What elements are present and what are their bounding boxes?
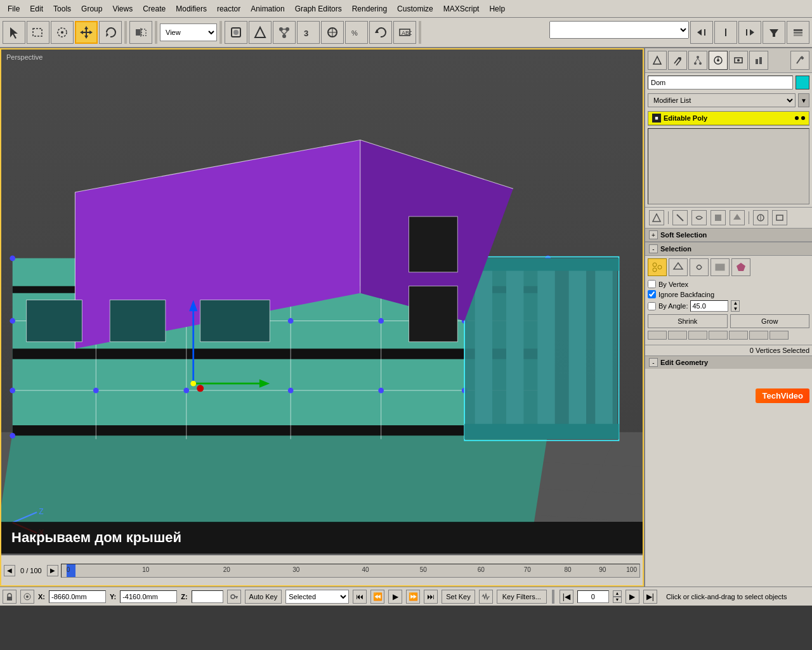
menu-help[interactable]: Help: [484, 3, 510, 15]
hierarchy-panel-btn[interactable]: [688, 51, 707, 70]
prev-key-playback-btn[interactable]: ⏮: [353, 590, 367, 604]
layers-btn[interactable]: [787, 21, 809, 44]
keyframe-btn[interactable]: [714, 21, 737, 44]
poly-subobj-btn[interactable]: [710, 210, 726, 225]
border-subobj-btn[interactable]: [691, 210, 707, 225]
lasso-select-btn[interactable]: [690, 258, 709, 276]
soft-selection-collapse-btn[interactable]: +: [649, 230, 658, 239]
menu-create[interactable]: Create: [138, 3, 171, 15]
coord-display-btn[interactable]: [20, 590, 34, 604]
menu-maxscript[interactable]: MAXScript: [438, 3, 485, 15]
edit-geometry-collapse-btn[interactable]: -: [649, 358, 658, 367]
next-key-btn[interactable]: [738, 21, 761, 44]
mirror-btn[interactable]: [129, 21, 152, 44]
next-frame-btn[interactable]: ▶: [47, 565, 58, 576]
grow-btn[interactable]: Grow: [730, 314, 810, 328]
menu-edit[interactable]: Edit: [25, 3, 48, 15]
menu-rendering[interactable]: Rendering: [347, 3, 392, 15]
waveform-icon[interactable]: [479, 590, 493, 604]
play-btn[interactable]: ▶: [388, 590, 402, 604]
menu-views[interactable]: Views: [107, 3, 138, 15]
menu-customize[interactable]: Customize: [392, 3, 438, 15]
ignore-backfacing-checkbox[interactable]: [648, 290, 656, 298]
edit-mesh-btn[interactable]: [249, 21, 272, 44]
penta-select-btn[interactable]: [731, 258, 750, 276]
frame-down-btn[interactable]: ▼: [613, 597, 622, 603]
menu-animation[interactable]: Animation: [246, 3, 289, 15]
circle-select-btn[interactable]: [51, 21, 74, 44]
hammer-icon-btn[interactable]: [790, 51, 809, 70]
shrink-btn[interactable]: Shrink: [648, 314, 728, 328]
angle-spinner[interactable]: ▲▼: [731, 300, 740, 312]
create-panel-btn[interactable]: [648, 51, 667, 70]
select-tool-btn[interactable]: [3, 21, 25, 44]
next-key-playback-btn[interactable]: ⏭: [424, 590, 438, 604]
menu-file[interactable]: File: [3, 3, 25, 15]
end-frame-btn[interactable]: ▶|: [643, 590, 657, 604]
element-subobj-btn[interactable]: [730, 210, 745, 225]
by-vertex-checkbox[interactable]: [648, 280, 656, 288]
svg-point-138: [653, 263, 657, 267]
menu-modifiers[interactable]: Modifiers: [171, 3, 212, 15]
techvideo-brand: TechVideo: [762, 391, 803, 401]
frame-input[interactable]: [577, 590, 609, 603]
frame-up-btn[interactable]: ▲: [613, 590, 622, 597]
menu-graph-editors[interactable]: Graph Editors: [290, 3, 347, 15]
schematic-btn[interactable]: [273, 21, 296, 44]
by-angle-checkbox[interactable]: [648, 302, 656, 310]
num3-btn[interactable]: 3: [297, 21, 320, 44]
motion-panel-btn[interactable]: [709, 51, 728, 70]
move-tool-btn[interactable]: [75, 21, 98, 44]
snap-btn[interactable]: [321, 21, 344, 44]
prev-frame-playback-btn[interactable]: ⏪: [370, 590, 384, 604]
rect-select-btn[interactable]: [27, 21, 49, 44]
menu-tools[interactable]: Tools: [48, 3, 76, 15]
angle-input[interactable]: [690, 300, 728, 312]
modifier-list-arrow[interactable]: ▼: [798, 93, 809, 107]
undo-btn[interactable]: [369, 21, 392, 44]
filter-btn[interactable]: [763, 21, 785, 44]
lock-status-btn[interactable]: [3, 590, 16, 604]
rotate-tool-btn[interactable]: [99, 21, 122, 44]
prev-key-btn[interactable]: [690, 21, 713, 44]
modifier-editable-poly[interactable]: ■ Editable Poly: [648, 112, 809, 125]
modify-panel-btn[interactable]: [668, 51, 687, 70]
vertex-subobj-btn[interactable]: [649, 210, 664, 225]
pen-select-btn[interactable]: [669, 258, 688, 276]
named-sel-btn[interactable]: ABC: [393, 21, 416, 44]
svg-rect-90: [595, 265, 612, 432]
percent-btn[interactable]: %: [345, 21, 368, 44]
keyfilters-btn[interactable]: Key Filters...: [497, 590, 547, 604]
menu-reactor[interactable]: reactor: [212, 3, 246, 15]
stack-controls-1[interactable]: [753, 210, 768, 225]
object-color-swatch[interactable]: [796, 76, 809, 90]
next-frame-playback-btn[interactable]: ⏩: [406, 590, 420, 604]
svg-rect-1: [33, 29, 42, 36]
z-coord-input[interactable]: [192, 590, 223, 603]
rect-select-face-btn[interactable]: [710, 258, 730, 276]
play-all-btn[interactable]: ▶: [625, 590, 639, 604]
modifier-list-dropdown[interactable]: Modifier List: [648, 93, 796, 107]
frame-bar[interactable]: 0 10 20 30 40 50 60 70 80 90 100: [61, 564, 640, 578]
view-dropdown[interactable]: View: [160, 23, 217, 41]
y-coord-input[interactable]: [120, 590, 177, 603]
viewport[interactable]: Perspective: [0, 48, 644, 587]
selection-collapse-btn[interactable]: -: [649, 244, 658, 253]
selected-dropdown[interactable]: Selected: [285, 590, 349, 604]
menu-group[interactable]: Group: [76, 3, 107, 15]
setkey-btn[interactable]: Set Key: [442, 590, 475, 604]
stack-controls-2[interactable]: [772, 210, 787, 225]
x-coord-input[interactable]: [49, 590, 106, 603]
svg-text:%: %: [351, 29, 358, 37]
material-btn[interactable]: [225, 21, 247, 44]
display-panel-btn[interactable]: [729, 51, 748, 70]
object-name-input[interactable]: [648, 76, 793, 90]
prev-frame-btn[interactable]: ◀: [4, 565, 15, 576]
dot-select-btn[interactable]: [648, 258, 667, 276]
autokey-btn[interactable]: Auto Key: [245, 590, 282, 604]
named-selection-dropdown[interactable]: [549, 21, 689, 39]
utilities-panel-btn[interactable]: [749, 51, 768, 70]
edge-subobj-btn[interactable]: [672, 210, 688, 225]
key-icon-btn[interactable]: [227, 590, 241, 604]
start-frame-btn[interactable]: |◀: [560, 590, 573, 604]
